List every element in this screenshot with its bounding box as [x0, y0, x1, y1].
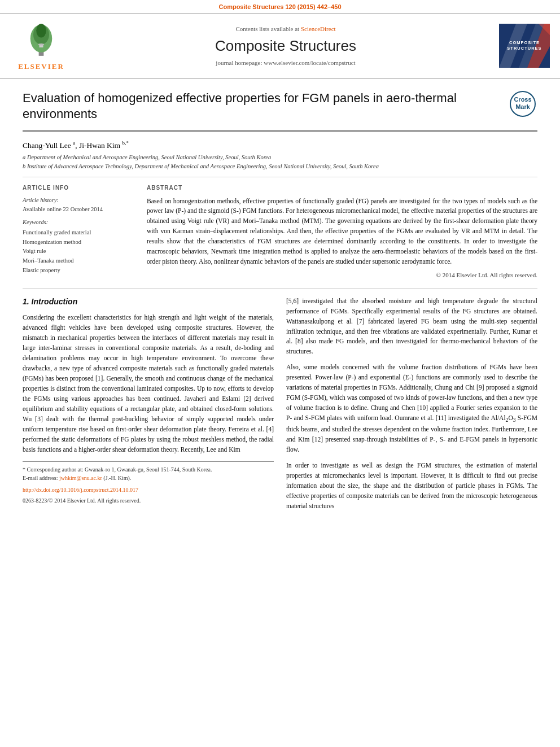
main-content: 1. Introduction Considering the excellen…: [23, 296, 537, 517]
svg-text:Cross: Cross: [514, 96, 531, 103]
composite-structures-logo: COMPOSITE STRUCTURES: [499, 24, 550, 68]
keyword-2: Homogenization method: [23, 238, 135, 247]
keyword-5: Elastic property: [23, 266, 135, 276]
history-label: Article history:: [23, 196, 135, 205]
keywords-list: Functionally graded material Homogenizat…: [23, 228, 135, 276]
keywords-label: Keywords:: [23, 219, 135, 227]
doi-link[interactable]: http://dx.doi.org/10.1016/j.compstruct.2…: [23, 487, 138, 493]
composite-logo-text: COMPOSITE STRUCTURES: [507, 40, 541, 52]
right-column: [5,6] investigated that the absorbed moi…: [286, 296, 537, 517]
left-column: 1. Introduction Considering the excellen…: [23, 296, 274, 517]
journal-banner: ELSEVIER Contents lists available at Sci…: [0, 13, 560, 78]
svg-point-3: [36, 24, 46, 38]
section-1-heading: 1. Introduction: [23, 296, 274, 308]
abstract-section: ABSTRACT Based on homogenization methods…: [147, 184, 537, 280]
journal-title: Composite Structures: [72, 36, 499, 56]
article-title: Evaluation of homogenized effective prop…: [23, 90, 497, 123]
issn-line: 0263-8223/© 2014 Elsevier Ltd. All right…: [23, 496, 274, 505]
author-ji: Ji-Hwan Kim: [79, 141, 123, 149]
author-separator: ,: [75, 141, 79, 149]
svg-point-5: [38, 43, 45, 46]
journal-homepage: journal homepage: www.elsevier.com/locat…: [72, 59, 499, 67]
authors-section: Chang-Yull Lee a, Ji-Hwan Kim b,* a Depa…: [23, 139, 537, 171]
elsevier-tree-icon: [21, 20, 61, 59]
keyword-4: Mori–Tanaka method: [23, 256, 135, 266]
elsevier-name: ELSEVIER: [18, 62, 64, 72]
about-text: about: [320, 482, 335, 489]
keyword-1: Functionally graded material: [23, 228, 135, 238]
authors-line: Chang-Yull Lee a, Ji-Hwan Kim b,*: [23, 139, 537, 151]
affiliations: a Department of Mechanical and Aerospace…: [23, 153, 537, 171]
author-chang: Chang-Yull Lee: [23, 141, 73, 149]
svg-text:Mark: Mark: [515, 103, 531, 110]
intro-para-1: Considering the excellent characteristic…: [23, 313, 274, 455]
keyword-3: Voigt rule: [23, 247, 135, 256]
right-para-3: In order to investigate as well as desig…: [286, 461, 537, 512]
affiliation-a: a Department of Mechanical and Aerospace…: [23, 153, 537, 162]
journal-center: Contents lists available at ScienceDirec…: [72, 25, 499, 67]
article-container: Evaluation of homogenized effective prop…: [0, 79, 560, 528]
affil-b-sup: b,*: [122, 140, 128, 146]
email-label: E-mail address:: [23, 475, 58, 481]
article-info-abstract: ARTICLE INFO Article history: Available …: [23, 177, 537, 280]
abstract-text: Based on homogenization methods, effecti…: [147, 196, 537, 267]
affiliation-b: b Institute of Advanced Aerospace Techno…: [23, 162, 537, 171]
email-suffix: (J.-H. Kim).: [103, 475, 131, 481]
elsevier-logo: ELSEVIER: [10, 20, 72, 72]
copyright: © 2014 Elsevier Ltd. All rights reserved…: [147, 271, 537, 279]
crossmark-icon: Cross Mark: [509, 90, 536, 117]
footnote-section: * Corresponding author at: Gwanak-ro 1, …: [23, 461, 274, 505]
article-info: ARTICLE INFO Article history: Available …: [23, 184, 135, 280]
section-divider: [23, 288, 537, 289]
crossmark-badge[interactable]: Cross Mark: [508, 90, 537, 120]
article-title-section: Evaluation of homogenized effective prop…: [23, 90, 537, 132]
abstract-title: ABSTRACT: [147, 184, 537, 192]
sciencedirect-label: Contents lists available at ScienceDirec…: [72, 25, 499, 33]
available-online: Available online 22 October 2014: [23, 206, 135, 214]
email-link[interactable]: jwhkim@snu.ac.kr: [59, 475, 102, 481]
sciencedirect-link[interactable]: ScienceDirect: [301, 25, 336, 32]
right-para-2: Also, some models concerned with the vol…: [286, 362, 537, 455]
article-info-title: ARTICLE INFO: [23, 184, 135, 192]
right-para-1: [5,6] investigated that the absorbed moi…: [286, 296, 537, 357]
email-line: E-mail address: jwhkim@snu.ac.kr (J.-H. …: [23, 474, 274, 482]
corresponding-author: * Corresponding author at: Gwanak-ro 1, …: [23, 465, 274, 474]
journal-citation: Composite Structures 120 (2015) 442–450: [218, 3, 341, 10]
